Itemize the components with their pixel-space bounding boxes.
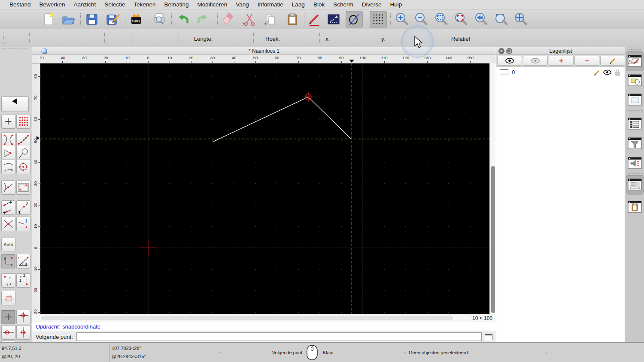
restrict-nothing-button[interactable] xyxy=(1,310,15,324)
menu-aanzicht[interactable]: Aanzicht xyxy=(70,1,100,8)
menu-scherm[interactable]: Scherm xyxy=(329,1,358,8)
v-ruler-marker xyxy=(36,136,39,140)
relative-spiral-button[interactable] xyxy=(1,291,15,305)
h-ruler-label: 0 xyxy=(147,55,149,60)
hide-all-layers-button[interactable] xyxy=(523,56,548,66)
snap-endpoint-button[interactable] xyxy=(1,133,15,147)
command-input[interactable] xyxy=(76,332,482,341)
snap-auto-button[interactable]: Auto xyxy=(1,238,15,251)
menu-laag[interactable]: Laag xyxy=(288,1,309,8)
snap-on-entity-button[interactable] xyxy=(16,133,30,147)
horizontal-scrollbar-thumb[interactable] xyxy=(41,316,453,320)
restrict-vertical-button[interactable] xyxy=(16,325,30,340)
command-detach-icon[interactable] xyxy=(485,334,492,340)
layer-panel-title: Lagenlijst xyxy=(496,48,625,54)
horizontal-scrollbar[interactable]: 10 < 100 xyxy=(32,314,496,322)
snap-sequence-1-2-button[interactable]: 12 xyxy=(16,200,30,215)
undo-icon[interactable] xyxy=(175,11,192,28)
menu-tekenen[interactable]: Tekenen xyxy=(129,1,160,8)
visible-eye-icon[interactable] xyxy=(603,69,611,75)
back-button[interactable] xyxy=(1,97,29,112)
add-layer-button[interactable]: + xyxy=(549,56,574,66)
panel-command-icon[interactable] xyxy=(627,177,643,193)
circle-line-toggle-icon[interactable] xyxy=(346,11,363,28)
layer-color-swatch xyxy=(500,69,508,75)
paste-icon[interactable] xyxy=(284,11,301,28)
remove-layer-button[interactable]: − xyxy=(574,56,599,66)
snap-center-button[interactable] xyxy=(16,160,30,174)
menu-diverse[interactable]: Diverse xyxy=(358,1,386,8)
menu-bestand[interactable]: Bestand xyxy=(5,1,35,8)
eye-closed-icon xyxy=(531,57,540,64)
menu-selectie[interactable]: Selectie xyxy=(100,1,129,8)
zoom-in-icon[interactable] xyxy=(393,11,410,28)
new-document-icon[interactable] xyxy=(40,11,57,28)
h-ruler-label: 30 xyxy=(210,55,215,60)
snap-free-button[interactable] xyxy=(1,114,15,129)
cut-icon[interactable]: + xyxy=(241,11,258,28)
panel-filter-icon[interactable] xyxy=(627,136,643,152)
coord-cartesian-button[interactable]: yx xyxy=(1,254,15,268)
layer-row[interactable]: 0 xyxy=(496,68,625,77)
snap-grid-button[interactable] xyxy=(16,114,30,129)
panel-layers-icon[interactable] xyxy=(627,53,643,69)
edit-pencil-icon[interactable] xyxy=(594,69,601,76)
menu-vang[interactable]: Vang xyxy=(231,1,253,8)
polar-relative: @28.2843<315° xyxy=(112,354,146,359)
menu-bewerken[interactable]: Bewerken xyxy=(35,1,70,8)
menu-hulp[interactable]: Hulp xyxy=(386,1,406,8)
order-1-2-button[interactable]: 12 xyxy=(1,273,15,288)
save-as-icon[interactable] xyxy=(104,11,121,28)
grid-toggle-icon[interactable] xyxy=(370,11,387,28)
zoom-window-icon[interactable] xyxy=(493,11,510,28)
v-ruler-label: 80 xyxy=(33,72,38,81)
drawing-canvas[interactable] xyxy=(40,63,489,314)
vertical-scrollbar[interactable] xyxy=(489,63,496,314)
h-ruler-label: 70 xyxy=(296,55,301,60)
print-preview-icon[interactable] xyxy=(151,11,168,28)
open-file-icon[interactable] xyxy=(60,11,77,28)
copy-icon[interactable]: + xyxy=(262,11,279,28)
panel-clipboard-icon[interactable] xyxy=(627,199,643,215)
panel-entity-list-icon[interactable] xyxy=(627,116,643,132)
zoom-pan-icon[interactable] xyxy=(512,11,529,28)
snap-tangent-button[interactable] xyxy=(16,146,30,160)
snap-intersection-manual-button[interactable]: ! xyxy=(16,217,30,231)
zoom-previous-icon[interactable] xyxy=(473,11,490,28)
h-ruler-label: 10 xyxy=(167,55,172,60)
restrict-orthogonal-button[interactable] xyxy=(16,310,30,324)
panel-library-icon[interactable] xyxy=(627,92,643,108)
restrict-horizontal-button[interactable] xyxy=(1,325,15,340)
save-icon[interactable] xyxy=(83,11,100,28)
menu-modificeren[interactable]: Modificeren xyxy=(193,1,232,8)
menu-bemating[interactable]: Bemating xyxy=(160,1,193,8)
panel-blocks-icon[interactable] xyxy=(627,72,643,89)
layer-panel-toolbar: + − xyxy=(496,55,625,67)
panel-notes-icon[interactable] xyxy=(627,155,643,172)
draw-pen-icon[interactable] xyxy=(306,11,323,28)
coord-polar-button[interactable]: ra xyxy=(16,254,30,268)
vertical-scrollbar-thumb[interactable] xyxy=(491,166,495,313)
edit-layer-button[interactable] xyxy=(600,56,625,66)
redo-icon[interactable] xyxy=(194,11,211,28)
snap-perpendicular-button[interactable] xyxy=(1,146,15,160)
command-prompt-label: Volgende punt: xyxy=(36,334,73,340)
menu-informatie[interactable]: Informatie xyxy=(253,1,288,8)
v-ruler-label: 10 xyxy=(33,222,38,231)
show-all-layers-button[interactable] xyxy=(497,56,522,66)
menu-blok[interactable]: Blok xyxy=(309,1,329,8)
snap-distance-button[interactable] xyxy=(1,160,15,174)
snap-intersection-button[interactable] xyxy=(1,217,15,231)
order-2-1-button[interactable]: 12 xyxy=(16,273,30,288)
snap-box-button[interactable] xyxy=(16,180,30,195)
v-ruler-label: 40 xyxy=(33,157,38,167)
lock-icon[interactable] xyxy=(614,69,621,76)
delete-eraser-icon[interactable] xyxy=(219,11,236,28)
snap-divide-button[interactable] xyxy=(1,200,15,215)
zoom-redraw-icon[interactable] xyxy=(453,11,470,28)
pen-attributes-icon[interactable] xyxy=(325,11,342,28)
snap-middle-button[interactable] xyxy=(1,180,15,195)
h-ruler-label: 120 xyxy=(402,55,409,60)
zoom-auto-icon[interactable] xyxy=(433,11,450,28)
svg-export-icon[interactable]: SVG xyxy=(128,11,145,28)
